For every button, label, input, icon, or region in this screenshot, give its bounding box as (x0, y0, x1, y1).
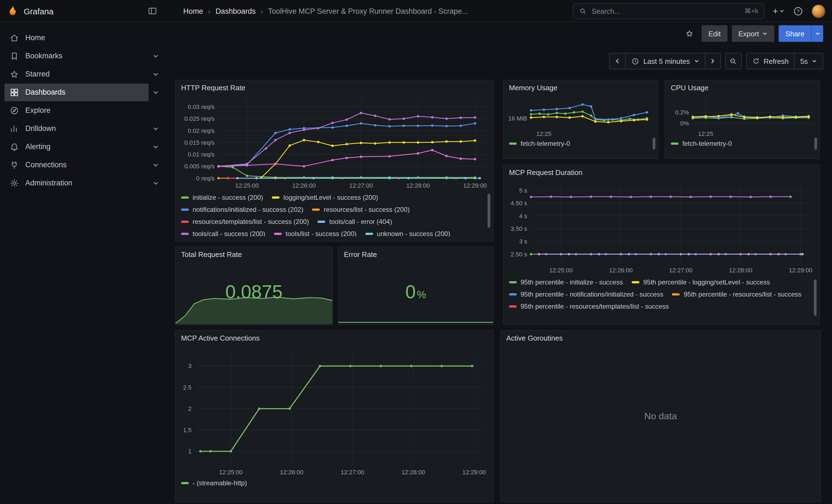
search-icon (579, 7, 587, 15)
total-request-rate-value: 0.0875 (176, 282, 332, 301)
cpu-usage-chart[interactable]: 0.2%0%12:25 (668, 92, 816, 137)
home-icon (9, 33, 19, 43)
legend-label: - (streamable-http) (192, 479, 247, 487)
legend-item[interactable]: tools/list - success (200) (274, 229, 356, 237)
legend-scrollbar[interactable] (653, 137, 655, 150)
panel-title[interactable]: Total Request Rate (181, 250, 242, 259)
dock-sidebar-icon[interactable] (145, 4, 160, 18)
help-button[interactable]: ? (793, 6, 803, 16)
legend-item[interactable]: resources/list - success (200) (312, 205, 410, 215)
chevron-down-icon[interactable] (149, 156, 163, 174)
svg-text:0%: 0% (680, 120, 689, 127)
legend-label: tools/list - success (200) (286, 230, 356, 237)
mcp-request-duration-chart[interactable]: 2.50 s3 s3.50 s4 s4.50 s5 s12:25:0012:26… (507, 179, 815, 274)
mcp-active-connections-legend: - (streamable-http) (181, 478, 485, 492)
panel-title[interactable]: MCP Request Duration (509, 168, 582, 177)
svg-text:0.01 req/s: 0.01 req/s (188, 151, 215, 158)
sidebar-item-administration-button[interactable]: Administration (4, 174, 149, 192)
bell-icon (9, 142, 19, 152)
legend-item[interactable]: - (streamable-http) (181, 478, 247, 488)
chevron-down-icon[interactable] (149, 65, 163, 83)
mcp-active-connections-chart[interactable]: 11.522.5312:25:0012:26:0012:27:0012:28:0… (179, 346, 489, 476)
breadcrumb-dashboards[interactable]: Dashboards (215, 7, 256, 15)
chevron-down-icon[interactable] (149, 174, 163, 192)
http-request-rate-chart[interactable]: 0 req/s0.005 req/s0.01 req/s0.015 req/s0… (179, 95, 490, 189)
sidebar-item-home: Home (0, 29, 166, 47)
sidebar-item-starred-button[interactable]: Starred (4, 65, 149, 83)
legend-item[interactable]: initialize - success (200) (181, 192, 263, 203)
sidebar-item-drilldown: Drilldown (0, 120, 166, 137)
sidebar-item-alerting-button[interactable]: Alerting (4, 138, 149, 155)
sidebar-item-connections-button[interactable]: Connections (4, 156, 149, 174)
legend-marker-icon (671, 142, 678, 145)
legend-item[interactable]: resources/templates/list - success (200) (181, 217, 309, 227)
svg-text:0.02 req/s: 0.02 req/s (188, 127, 215, 134)
legend-item[interactable]: tools/call - error (404) (318, 217, 392, 227)
panel-title[interactable]: Error Rate (344, 250, 377, 259)
dashboard-grid: HTTP Request Rate 0 req/s0.005 req/s0.01… (166, 22, 832, 504)
legend-item[interactable]: 95th percentile - resources/templates/li… (509, 301, 669, 312)
legend-item[interactable]: fetch-telemetry-0 (509, 139, 570, 149)
svg-text:12:28:00: 12:28:00 (729, 267, 753, 274)
legend-label: notifications/initialized - success (202… (192, 206, 304, 213)
legend-item[interactable]: 95th percentile - logging/setLevel - suc… (632, 277, 770, 287)
svg-text:3 s: 3 s (519, 238, 527, 245)
search-input[interactable]: ⌘+k (573, 3, 764, 19)
chevron-down-icon[interactable] (149, 47, 163, 65)
sidebar-item-home-button[interactable]: Home (4, 29, 149, 47)
sidebar-item-bookmarks-button[interactable]: Bookmarks (4, 47, 149, 65)
legend-item[interactable]: logging/setLevel - success (200) (272, 192, 378, 203)
svg-text:4.50 s: 4.50 s (511, 200, 527, 207)
panel-title[interactable]: Memory Usage (509, 84, 557, 92)
svg-text:12:26:00: 12:26:00 (609, 267, 633, 274)
chevron-down-icon[interactable] (149, 138, 163, 155)
http-request-rate-legend: initialize - success (200)logging/setLev… (181, 192, 483, 237)
legend-marker-icon (318, 221, 326, 223)
error-rate-number: 0 (405, 281, 416, 302)
chevron-down-icon[interactable] (149, 120, 163, 137)
legend-scrollbar[interactable] (488, 194, 490, 228)
add-button[interactable]: + (773, 6, 785, 16)
legend-item[interactable]: unknown - success (200) (365, 229, 450, 237)
legend-scrollbar[interactable] (814, 137, 817, 150)
user-avatar[interactable] (812, 4, 825, 18)
panel-memory-usage: Memory Usage 16 MiB12:25 fetch-telemetry… (503, 80, 658, 159)
sidebar-item-explore-button[interactable]: Explore (4, 102, 149, 119)
brand[interactable]: Grafana (7, 0, 53, 22)
panel-title[interactable]: MCP Active Connections (181, 334, 260, 342)
compass-icon (9, 105, 19, 115)
legend-item[interactable]: 95th percentile - notifications/initiali… (509, 289, 664, 299)
grafana-logo-icon (7, 5, 19, 17)
svg-text:12:27:00: 12:27:00 (341, 469, 364, 476)
legend-marker-icon (509, 293, 517, 295)
memory-usage-chart[interactable]: 16 MiB12:25 (506, 92, 654, 137)
svg-text:3.50 s: 3.50 s (511, 225, 527, 232)
sidebar-item-dashboards-button[interactable]: Dashboards (4, 83, 149, 101)
breadcrumb-home[interactable]: Home (183, 7, 203, 15)
panel-title[interactable]: CPU Usage (671, 84, 708, 92)
plug-icon (9, 160, 19, 170)
legend-item[interactable]: notifications/initialized - success (202… (181, 205, 304, 215)
legend-marker-icon (672, 293, 680, 295)
legend-marker-icon (509, 281, 517, 283)
sidebar-item-drilldown-button[interactable]: Drilldown (4, 120, 149, 137)
legend-item[interactable]: tools/call - success (200) (181, 229, 265, 237)
error-rate-sparkline (338, 306, 493, 325)
grafana-app: Grafana Home › Dashboards › ToolHive MCP… (0, 0, 832, 504)
legend-scrollbar[interactable] (814, 280, 816, 316)
mcp-request-duration-legend: 95th percentile - initialize - success95… (509, 277, 809, 319)
breadcrumb-separator: › (208, 7, 210, 16)
legend-label: 95th percentile - notifications/initiali… (521, 291, 664, 298)
sidebar-item-label: Connections (25, 161, 67, 169)
svg-text:12:25:00: 12:25:00 (219, 469, 243, 476)
panel-title[interactable]: HTTP Request Rate (181, 84, 245, 92)
sidebar-item-label: Explore (25, 106, 51, 114)
legend-item[interactable]: 95th percentile - initialize - success (509, 277, 623, 287)
chevron-down-icon[interactable] (149, 83, 163, 101)
svg-text:12:29:00: 12:29:00 (462, 469, 486, 476)
legend-item[interactable]: fetch-telemetry-0 (671, 139, 732, 149)
search-field[interactable] (592, 7, 740, 15)
svg-text:3: 3 (188, 363, 191, 369)
cpu-usage-legend: fetch-telemetry-0 (671, 139, 810, 153)
legend-item[interactable]: 95th percentile - resources/list - succe… (672, 289, 802, 299)
